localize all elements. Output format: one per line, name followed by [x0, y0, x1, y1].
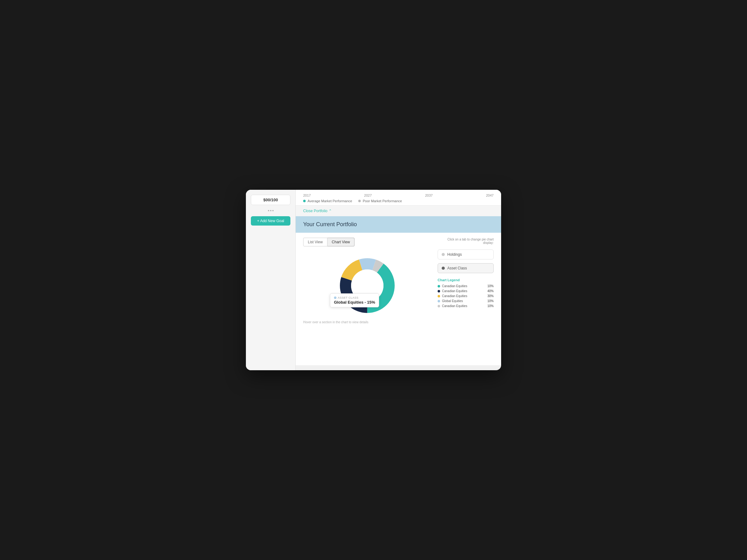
portfolio-header: Your Current Portfolio [296, 216, 501, 233]
legend-pct: 40% [487, 289, 494, 293]
legend-row: Canadian Equities 40% [438, 289, 494, 293]
chart-area: List View Chart View [303, 238, 431, 324]
timeline-bar: 2017 2027 2037 2047 Average Market Perfo… [296, 190, 501, 206]
legend-name: Global Equities [442, 299, 463, 303]
holdings-tab-button[interactable]: Holdings [438, 249, 494, 260]
legend-row: Global Equities 10% [438, 299, 494, 303]
legend-pct: 10% [487, 284, 494, 288]
close-portfolio-bar: Close Portfolio ⌃ [296, 206, 501, 216]
asset-class-tab-button[interactable]: Asset Class [438, 263, 494, 273]
holdings-dot [442, 253, 445, 256]
legend-color-dot [438, 305, 440, 308]
donut-svg [336, 255, 398, 317]
year-2047: 2047 [486, 193, 493, 197]
legend-left: Global Equities [438, 299, 463, 303]
portfolio-body: List View Chart View [296, 233, 501, 329]
legend-color-dot [438, 285, 440, 288]
legend-rows: Canadian Equities 10% Canadian Equities … [438, 284, 494, 308]
tooltip-value: Global Equities - 15% [334, 300, 375, 304]
legend-left: Canadian Equities [438, 284, 467, 288]
legend-poor: Poor Market Performance [358, 199, 402, 203]
legend-row: Canadian Equities 10% [438, 304, 494, 308]
close-portfolio-button[interactable]: Close Portfolio ⌃ [303, 209, 332, 213]
app-window: $00/100 + Add New Goal 2017 2027 2037 20… [246, 190, 501, 370]
legend-pct: 10% [487, 304, 494, 308]
legend-pct: 30% [487, 294, 494, 298]
legend-pct: 10% [487, 299, 494, 303]
legend-name: Canadian Equities [442, 289, 467, 293]
year-2027: 2027 [364, 193, 371, 197]
legend-color-dot [438, 290, 440, 292]
avg-dot [303, 200, 306, 202]
legend-left: Canadian Equities [438, 289, 467, 293]
legend-avg: Average Market Performance [303, 199, 352, 203]
legend-name: Canadian Equities [442, 294, 467, 298]
chevron-up-icon: ⌃ [329, 209, 332, 213]
legend-color-dot [438, 295, 440, 297]
legend-row: Canadian Equities 30% [438, 294, 494, 298]
portfolio-title: Your Current Portfolio [303, 221, 494, 228]
view-tabs: List View Chart View [303, 238, 355, 246]
poor-dot [358, 200, 361, 202]
year-2037: 2037 [425, 193, 433, 197]
close-portfolio-label: Close Portfolio [303, 209, 328, 213]
legend-left: Canadian Equities [438, 304, 467, 308]
legend-row: Canadian Equities 10% [438, 284, 494, 288]
tab-list-view[interactable]: List View [303, 238, 328, 246]
timeline-legend: Average Market Performance Poor Market P… [303, 199, 494, 203]
poor-label: Poor Market Performance [363, 199, 402, 203]
sidebar-dots [251, 209, 290, 212]
sidebar: $00/100 + Add New Goal [246, 190, 296, 370]
chart-legend-section: Chart Legend Canadian Equities 10% Canad… [438, 278, 494, 309]
legend-title: Chart Legend [438, 278, 494, 282]
chart-tooltip: ASSET CLASS Global Equities - 15% [330, 293, 379, 308]
avg-label: Average Market Performance [308, 199, 352, 203]
sidebar-amount: $00/100 [251, 195, 290, 205]
year-2017: 2017 [303, 193, 311, 197]
tab-chart-view[interactable]: Chart View [328, 238, 355, 246]
legend-name: Canadian Equities [442, 304, 467, 308]
chart-hint: Hover over a section in the chart to vie… [303, 320, 368, 324]
add-goal-button[interactable]: + Add New Goal [251, 216, 290, 225]
legend-left: Canadian Equities [438, 294, 467, 298]
asset-class-dot [442, 267, 445, 270]
legend-name: Canadian Equities [442, 284, 467, 288]
tooltip-dot [334, 296, 336, 299]
timeline-years: 2017 2027 2037 2047 [303, 193, 494, 197]
tab-instruction: Click on a tab to change pie chart displ… [438, 238, 494, 244]
donut-chart: ASSET CLASS Global Equities - 15% [336, 255, 398, 317]
main-content: 2017 2027 2037 2047 Average Market Perfo… [296, 190, 501, 370]
legend-color-dot [438, 300, 440, 302]
portfolio-section: Your Current Portfolio List View Chart V… [296, 216, 501, 365]
right-panel: Click on a tab to change pie chart displ… [438, 238, 494, 324]
tooltip-label: ASSET CLASS [334, 296, 375, 299]
